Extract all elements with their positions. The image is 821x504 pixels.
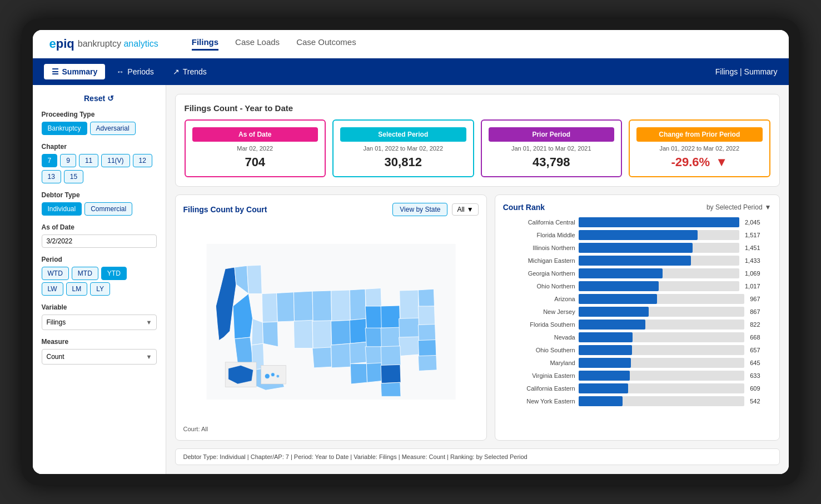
wtd-btn[interactable]: WTD	[42, 267, 69, 280]
debtor-type-label: Debtor Type	[42, 191, 157, 199]
alabama-state[interactable]	[366, 362, 382, 382]
bar-value: 657	[750, 347, 760, 353]
bar-label: Michigan Eastern	[503, 257, 575, 264]
individual-btn[interactable]: Individual	[42, 202, 82, 216]
iowa-state[interactable]	[331, 320, 351, 345]
nav-case-loads[interactable]: Case Loads	[235, 37, 280, 51]
georgia-state[interactable]	[381, 365, 401, 383]
mtd-btn[interactable]: MTD	[72, 267, 98, 280]
vermont-state[interactable]	[418, 289, 434, 307]
chapter-9-btn[interactable]: 9	[60, 154, 76, 167]
court-label: Court: All	[183, 426, 479, 432]
bankruptcy-btn[interactable]: Bankruptcy	[42, 122, 87, 135]
proceeding-type-filter: Proceeding Type Bankruptcy Adversarial	[42, 111, 157, 135]
arkansas-state[interactable]	[350, 342, 367, 363]
bar-label: Illinois Northern	[503, 244, 575, 251]
chapter-12-btn[interactable]: 12	[133, 154, 152, 167]
florida-state[interactable]	[381, 382, 401, 396]
stats-cards: As of Date Mar 02, 2022 704 Selected Per…	[185, 119, 770, 177]
nebraska-state[interactable]	[293, 320, 313, 348]
west-virginia-state[interactable]	[381, 327, 401, 347]
court-all-select[interactable]: All ▼	[452, 203, 478, 216]
bar-track	[579, 371, 745, 381]
bottom-panels: Filings Count by Court View by State All…	[175, 194, 780, 441]
bar-label: Arizona	[503, 296, 575, 302]
nav-filings[interactable]: Filings	[192, 37, 218, 51]
michigan-lower-state[interactable]	[365, 306, 382, 330]
measure-select[interactable]: Count Percent	[42, 349, 157, 365]
wyoming-state[interactable]	[293, 291, 313, 321]
mississippi-state[interactable]	[350, 363, 367, 383]
nav-case-outcomes[interactable]: Case Outcomes	[296, 37, 356, 51]
maryland-state[interactable]	[418, 324, 435, 341]
bar-value: 609	[750, 385, 760, 392]
hawaii-island[interactable]	[265, 373, 270, 378]
tennessee-state[interactable]	[381, 346, 401, 366]
bar-label: Virginia Eastern	[503, 372, 575, 379]
lw-btn[interactable]: LW	[42, 282, 63, 296]
chapter-11-btn[interactable]: 11	[79, 154, 98, 167]
view-by-state-button[interactable]: View by State	[392, 203, 447, 216]
top-navigation: Filings Case Loads Case Outcomes	[192, 37, 356, 51]
kentucky-state[interactable]	[365, 346, 382, 365]
subnav-periods[interactable]: ↔ Periods	[108, 64, 161, 79]
bar-fill	[579, 345, 632, 355]
kansas-state[interactable]	[312, 347, 331, 367]
bar-value: 1,017	[745, 283, 760, 290]
bar-value: 1,517	[745, 232, 760, 238]
bar-row: Florida Middle 1,517	[503, 230, 760, 240]
illinois-state[interactable]	[350, 318, 366, 343]
lm-btn[interactable]: LM	[66, 282, 88, 296]
subnav-trends[interactable]: ↗ Trends	[165, 64, 215, 79]
bar-row: Nevada 668	[503, 332, 760, 342]
sub-navigation: ☰ Summary ↔ Periods ↗ Trends	[44, 64, 215, 79]
svg-point-4[interactable]	[276, 375, 280, 378]
debtor-type-filter: Debtor Type Individual Commercial	[42, 191, 157, 216]
chapter-13-btn[interactable]: 13	[42, 170, 61, 183]
pennsylvania-state[interactable]	[399, 318, 419, 339]
chevron-down-icon: ▼	[765, 203, 772, 211]
svg-point-3[interactable]	[271, 372, 275, 376]
michigan-upper-state[interactable]	[365, 288, 381, 307]
idaho-state[interactable]	[262, 293, 277, 322]
chapter-15-btn[interactable]: 15	[64, 170, 83, 183]
north-dakota-state[interactable]	[312, 291, 331, 321]
arizona-state[interactable]	[234, 337, 253, 364]
washington-state[interactable]	[247, 265, 262, 294]
indiana-state[interactable]	[365, 328, 382, 348]
adversarial-btn[interactable]: Adversarial	[90, 122, 136, 135]
ly-btn[interactable]: LY	[90, 282, 110, 296]
stat-header-as-of-date: As of Date	[192, 127, 319, 142]
chapter-11v-btn[interactable]: 11(V)	[101, 154, 130, 167]
utah-state[interactable]	[251, 318, 263, 345]
colorado-state[interactable]	[262, 322, 278, 347]
commercial-btn[interactable]: Commercial	[84, 202, 132, 216]
new-york-state[interactable]	[399, 290, 419, 320]
us-map-svg	[183, 244, 479, 400]
new-jersey-state[interactable]	[418, 306, 435, 326]
bar-value: 822	[750, 321, 760, 328]
chapter-7-btn[interactable]: 7	[42, 154, 58, 167]
north-carolina-state[interactable]	[418, 340, 436, 356]
bar-track	[579, 396, 745, 406]
bar-chart: California Central 2,045 Florida Middle …	[503, 217, 772, 432]
period-select[interactable]: by Selected Period ▼	[706, 203, 772, 211]
bar-track	[579, 294, 745, 304]
wisconsin-state[interactable]	[350, 289, 366, 320]
virginia-state[interactable]	[399, 336, 420, 356]
variable-select[interactable]: Filings Discharges Dismissals	[42, 315, 157, 330]
south-dakota-state[interactable]	[312, 320, 331, 348]
reset-button[interactable]: Reset ↺	[84, 94, 114, 103]
montana-state[interactable]	[276, 292, 294, 321]
bar-row: Georgia Northern 1,069	[503, 268, 760, 278]
ytd-btn[interactable]: YTD	[101, 267, 127, 280]
as-of-date-input[interactable]	[42, 234, 157, 248]
stat-card-as-of-date: As of Date Mar 02, 2022 704	[185, 119, 326, 177]
subnav-summary[interactable]: ☰ Summary	[44, 64, 106, 79]
bar-row: Florida Southern 822	[503, 320, 760, 330]
south-carolina-state[interactable]	[418, 355, 437, 371]
ohio-state[interactable]	[381, 305, 400, 327]
missouri-state[interactable]	[331, 343, 351, 368]
stat-sub-prior-period: Jan 01, 2021 to Mar 02, 2021	[489, 145, 615, 152]
minnesota-state[interactable]	[331, 290, 350, 321]
